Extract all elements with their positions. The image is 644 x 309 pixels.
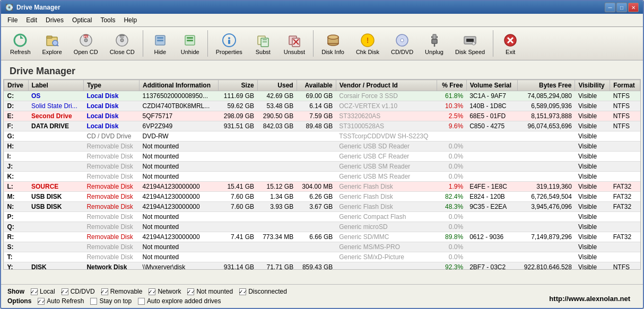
cell-available: 6.66 GB [297,232,336,242]
cell-serial: 3C1A - 9AF7 [466,91,518,101]
cell-label: SOURCE [28,182,83,192]
cell-vendor: TSSTcorpCDDVDW SH-S223Q [336,131,437,142]
show-disconnected-label: Disconnected [248,288,287,295]
table-row[interactable]: T:Removable DiskNot mountedGeneric SM/xD… [4,252,640,262]
close-cd-button[interactable]: CLOSE Close CD [105,29,140,58]
opt-stayontop-checkbox[interactable] [90,298,97,305]
exit-button[interactable]: Exit [497,29,524,58]
cell-drive: K: [4,172,29,182]
show-network-item[interactable]: ✓ Network [149,288,181,295]
cell-bytes: 8,151,973,888 [518,111,575,121]
menu-drives[interactable]: Drives [41,15,68,25]
cell-type: Removable Disk [83,222,139,232]
svg-line-5 [57,45,59,47]
maximize-button[interactable]: □ [616,3,627,12]
cell-pct: 0.0% [437,242,466,252]
properties-label: Properties [216,49,242,55]
opt-autoexplore-item[interactable]: Auto explore added drives [138,297,221,305]
table-row[interactable]: D:Solid State Dri...Local DiskCZDI4740TB… [4,101,640,111]
cell-label [28,212,83,222]
disk-info-button[interactable]: Disk Info [317,29,349,58]
table-row[interactable]: P:Removable DiskNot mountedGeneric Compa… [4,212,640,222]
hide-button[interactable]: Hide [146,29,174,58]
refresh-button[interactable]: Refresh [5,29,36,58]
close-button[interactable]: ✕ [628,3,639,12]
disk-speed-button[interactable]: Disk Speed [450,29,490,58]
subst-button[interactable]: Subst [249,29,277,58]
unsubst-button[interactable]: Unsubst [279,29,310,58]
cell-serial [466,242,518,252]
cell-type: Local Disk [83,111,139,121]
cell-info: Not mounted [140,222,219,232]
table-row[interactable]: C:OSLocal Disk11376502000008950...111.69… [4,91,640,101]
opt-autoexplore-checkbox[interactable] [138,298,145,305]
menu-optical[interactable]: Optical [68,15,96,25]
menu-help[interactable]: Help [119,15,141,25]
cell-vendor: Generic MS/MS-PRO [336,242,437,252]
cell-bytes [518,252,575,262]
table-row[interactable]: Q:Removable DiskNot mountedGeneric micro… [4,222,640,232]
menu-file[interactable]: File [3,15,22,25]
table-row[interactable]: J:Removable DiskNot mountedGeneric USB S… [4,162,640,172]
table-row[interactable]: K:Removable DiskNot mountedGeneric USB M… [4,172,640,182]
table-row[interactable]: F:DATA DRIVELocal Disk6VP2Z949931.51 GB8… [4,121,640,131]
cell-bytes: 319,119,360 [518,182,575,192]
hide-label: Hide [154,49,166,55]
show-removable-checkbox[interactable]: ✓ [101,288,108,295]
show-cddvd-checkbox[interactable]: ✓ [62,288,68,295]
cell-drive: Y: [4,262,29,270]
unhide-button[interactable]: Unhide [176,29,204,58]
svg-rect-16 [157,40,163,41]
cell-format [610,212,640,222]
table-row[interactable]: G:CD / DVD DriveDVD-RWTSSTcorpCDDVDW SH-… [4,131,640,142]
unplug-button[interactable]: Unplug [420,29,448,58]
cell-label [28,172,83,182]
cell-info: Not mounted [140,152,219,162]
table-row[interactable]: S:Removable DiskNot mountedGeneric MS/MS… [4,242,640,252]
explore-button[interactable]: Explore [38,29,67,58]
minimize-button[interactable]: ─ [605,3,615,12]
show-disconnected-item[interactable]: ✓ Disconnected [239,288,287,295]
show-disconnected-checkbox[interactable]: ✓ [239,288,246,295]
cd-dvd-button[interactable]: CD/DVD [386,29,418,58]
show-cddvd-item[interactable]: ✓ CD/DVD [62,288,95,295]
show-notmounted-checkbox[interactable]: ✓ [187,288,194,295]
table-row[interactable]: L:SOURCERemovable Disk42194A123000000015… [4,182,640,192]
cell-used [257,162,297,172]
show-notmounted-item[interactable]: ✓ Not mounted [187,288,233,295]
col-bytes: Bytes Free [518,80,575,91]
chk-disk-button[interactable]: ! Chk Disk [351,29,384,58]
table-row[interactable]: M:USB DISKRemovable Disk42194A1230000000… [4,192,640,202]
cell-format: FAT32 [610,202,640,212]
properties-button[interactable]: Properties [211,29,247,58]
open-cd-button[interactable]: OPEN Open CD [69,29,103,58]
opt-autorefresh-checkbox[interactable]: ✓ [38,298,45,305]
close-cd-label: Close CD [110,49,135,55]
show-local-item[interactable]: ✓ Local [31,288,55,295]
cell-visibility: Visible [575,232,610,242]
cell-label: DATA DRIVE [28,121,83,131]
show-local-checkbox[interactable]: ✓ [31,288,38,295]
unplug-label: Unplug [425,49,443,55]
svg-text:OPEN: OPEN [82,35,90,38]
table-row[interactable]: N:USB DISKRemovable Disk42194A1230000000… [4,202,640,212]
cell-drive: P: [4,212,29,222]
menu-tools[interactable]: Tools [96,15,119,25]
opt-stayontop-item[interactable]: Stay on top [90,297,132,305]
show-network-checkbox[interactable]: ✓ [149,288,155,295]
table-row[interactable]: R:Removable Disk42194A12300000007.41 GB7… [4,232,640,242]
menu-edit[interactable]: Edit [22,15,41,25]
table-row[interactable]: I:Removable DiskNot mountedGeneric USB C… [4,152,640,162]
table-row[interactable]: H:Removable DiskNot mountedGeneric USB S… [4,142,640,152]
cell-drive: J: [4,162,29,172]
toolbar: Refresh Explore OPEN Open CD CLOSE Close… [1,27,643,60]
cell-bytes: 6,726,549,504 [518,192,575,202]
cell-pct: 0.0% [437,142,466,152]
show-removable-item[interactable]: ✓ Removable [101,288,143,295]
cell-drive: F: [4,121,29,131]
opt-autorefresh-item[interactable]: ✓ Auto Refresh [38,297,84,305]
table-row[interactable]: Y:DISKNetwork Disk\\Myxerver\disk931.14 … [4,262,640,270]
subst-icon [255,32,272,49]
table-row[interactable]: E:Second DriveLocal Disk5QF75717298.09 G… [4,111,640,121]
cell-available: 859.43 GB [297,262,336,270]
